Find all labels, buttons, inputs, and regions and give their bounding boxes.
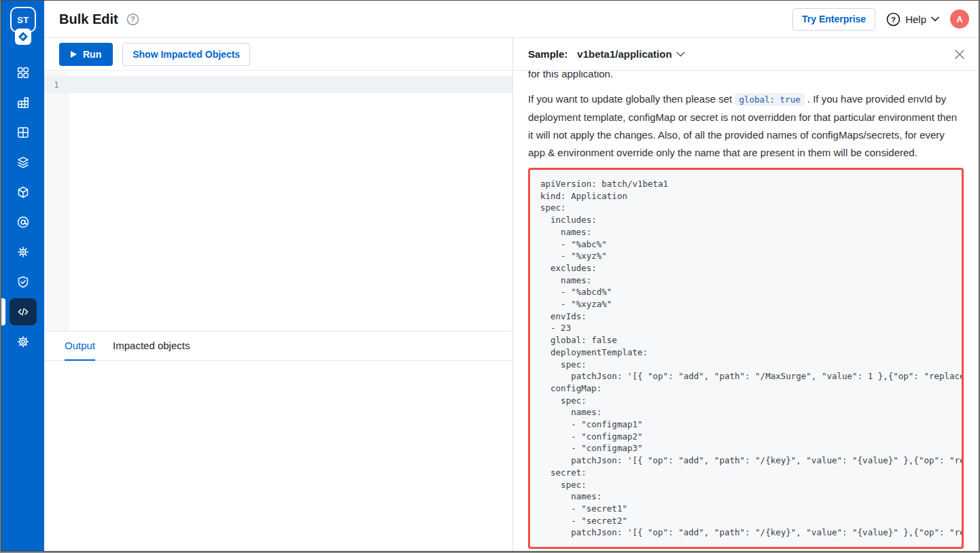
sidebar-item-app-groups[interactable] (1, 118, 44, 147)
run-button[interactable]: Run (59, 43, 113, 66)
page-title: Bulk Edit (59, 12, 118, 27)
help-menu[interactable]: ? Help (886, 12, 939, 26)
sidebar-item-security[interactable] (1, 267, 44, 297)
chevron-down-icon (676, 52, 685, 57)
editor-line-number: 1 (44, 76, 69, 93)
devtron-logo-badge (15, 29, 31, 45)
chart-store-icon (10, 149, 37, 176)
app-logo[interactable]: ST (1, 1, 44, 50)
close-icon (954, 49, 965, 60)
security-shield-icon (10, 268, 37, 296)
sidebar-item-global-config[interactable] (1, 327, 44, 357)
sample-yaml-code: apiVersion: batch/v1beta1 kind: Applicat… (540, 178, 962, 539)
doc-paragraph-before: If you want to update globally then plea… (528, 93, 735, 105)
sample-yaml-block: apiVersion: batch/v1beta1 kind: Applicat… (528, 168, 964, 549)
editor-active-line (44, 76, 512, 93)
help-label: Help (905, 14, 926, 25)
devtron-mark-icon (18, 31, 29, 42)
active-nav-indicator (1, 298, 5, 325)
tab-impacted-objects[interactable]: Impacted objects (113, 332, 190, 361)
doc-clipped-line: for this application. (528, 71, 964, 83)
title-help-icon[interactable]: ? (126, 13, 139, 26)
chevron-down-icon (931, 16, 939, 22)
sidebar-item-clusters[interactable] (1, 207, 44, 237)
sample-label: Sample: (528, 48, 567, 60)
jobs-icon (10, 89, 37, 116)
sidebar-item-applications[interactable] (1, 58, 44, 88)
top-header: Bulk Edit ? Try Enterprise ? Help A (44, 1, 979, 38)
sidebar: ST (1, 1, 44, 551)
sidebar-item-resource-browser[interactable] (1, 177, 44, 207)
app-window: ST (1, 0, 979, 552)
svg-text:?: ? (891, 15, 896, 23)
show-impacted-objects-button[interactable]: Show Impacted Objects (122, 43, 250, 66)
sample-panel-header: Sample: v1beta1/application (514, 38, 979, 71)
user-avatar[interactable]: A (950, 10, 969, 29)
sidebar-item-operations[interactable] (1, 237, 44, 267)
applications-grid-icon (10, 59, 37, 86)
header-actions: Try Enterprise ? Help A (792, 8, 969, 31)
sample-dropdown[interactable]: v1beta1/application (577, 48, 684, 60)
doc-paragraph: If you want to update globally then plea… (528, 90, 964, 162)
operations-wheel-icon (10, 238, 37, 266)
sample-doc-body: for this application. If you want to upd… (514, 71, 979, 551)
bulk-edit-pane: Run Show Impacted Objects 1 Output Impac… (44, 38, 513, 551)
svg-text:?: ? (130, 15, 135, 23)
editor-toolbar: Run Show Impacted Objects (44, 38, 512, 71)
sidebar-nav (1, 58, 44, 357)
inline-code-global-true: global: true (735, 93, 804, 106)
bulk-edit-code-icon (10, 298, 37, 325)
play-icon (71, 51, 77, 58)
run-button-label: Run (83, 49, 101, 60)
app-groups-icon (10, 119, 37, 146)
sample-dropdown-value: v1beta1/application (577, 48, 671, 60)
sample-panel: Sample: v1beta1/application for this app… (514, 38, 979, 551)
bottom-tabs: Output Impacted objects (44, 331, 512, 361)
try-enterprise-button[interactable]: Try Enterprise (792, 8, 875, 31)
sidebar-item-bulk-edit[interactable] (1, 297, 44, 327)
output-panel (44, 361, 512, 551)
editor-gutter (44, 71, 69, 331)
sidebar-item-jobs[interactable] (1, 88, 44, 118)
help-circle-icon: ? (886, 12, 900, 26)
clusters-at-icon (10, 209, 37, 236)
resource-browser-cube-icon (10, 179, 37, 206)
sidebar-item-chart-store[interactable] (1, 147, 44, 177)
close-panel-button[interactable] (954, 49, 965, 60)
tab-output[interactable]: Output (65, 332, 95, 361)
code-editor[interactable]: 1 (44, 71, 512, 331)
global-config-gear-icon (10, 328, 37, 355)
